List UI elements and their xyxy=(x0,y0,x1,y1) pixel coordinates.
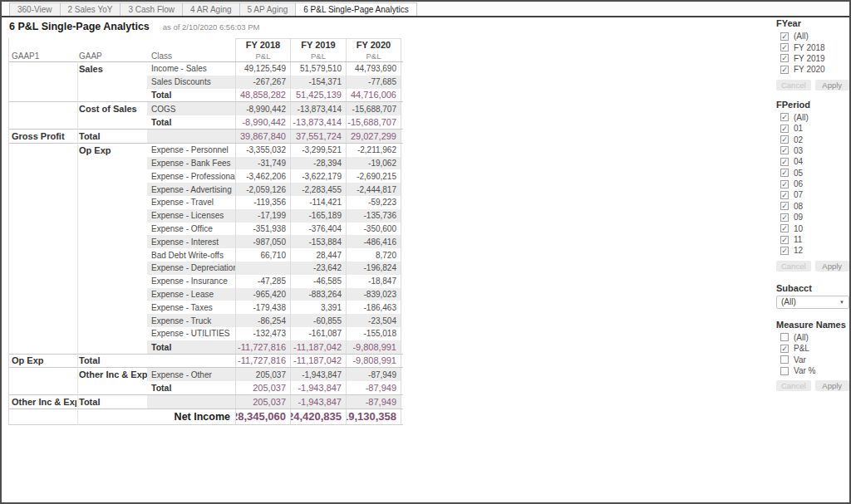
value-cell[interactable]: 66,710 xyxy=(235,248,290,262)
checkbox-icon[interactable]: ✓ xyxy=(780,236,789,244)
checkbox-icon[interactable]: ✓ xyxy=(780,135,789,144)
value-cell[interactable]: 51,425,139 xyxy=(290,89,346,102)
checkbox-icon[interactable]: ✓ xyxy=(780,345,789,353)
checkbox-icon[interactable]: ✓ xyxy=(780,158,789,166)
fperiod-option-07[interactable]: ✓07 xyxy=(776,189,849,200)
value-cell[interactable]: -186,463 xyxy=(346,301,401,314)
subacct-dropdown[interactable]: (All) ▼ xyxy=(776,296,849,309)
fyear-cancel-button[interactable]: Cancel xyxy=(776,80,811,91)
value-cell[interactable]: -87,949 xyxy=(346,395,401,409)
value-cell[interactable]: -1,943,847 xyxy=(290,381,346,394)
value-cell[interactable]: 205,037 xyxy=(235,395,290,409)
fyear-option-fy-2019[interactable]: ✓FY 2019 xyxy=(776,53,849,64)
checkbox-icon[interactable]: ✓ xyxy=(780,146,789,154)
value-cell[interactable]: 24,420,835 xyxy=(290,409,346,424)
fperiod-option-06[interactable]: ✓06 xyxy=(776,179,849,189)
value-cell[interactable]: 19,130,358 xyxy=(346,409,401,424)
value-cell[interactable]: -267,267 xyxy=(235,76,290,89)
checkbox-icon[interactable]: ✓ xyxy=(780,125,789,133)
measure-names-apply-button[interactable]: Apply xyxy=(815,380,850,391)
value-cell[interactable]: -3,462,206 xyxy=(235,169,290,183)
value-cell[interactable]: -15,688,707 xyxy=(346,115,401,129)
checkbox-icon[interactable]: ✓ xyxy=(780,247,789,255)
value-cell[interactable]: 28,345,060 xyxy=(235,409,290,424)
measure-names-option--all-[interactable]: (All) xyxy=(776,332,849,343)
value-cell[interactable]: -154,371 xyxy=(290,76,346,89)
value-cell[interactable]: -2,444,817 xyxy=(346,183,401,196)
value-cell[interactable]: -46,585 xyxy=(290,275,346,288)
tab-2-sales-yoy[interactable]: 2 Sales YoY xyxy=(60,2,121,16)
value-cell[interactable]: -3,299,521 xyxy=(290,144,346,157)
value-cell[interactable]: -376,404 xyxy=(290,223,346,236)
value-cell[interactable]: -1,943,847 xyxy=(290,368,346,381)
value-cell[interactable]: -11,727,816 xyxy=(235,340,290,354)
value-cell[interactable]: -28,394 xyxy=(290,157,346,170)
fperiod-option-05[interactable]: ✓05 xyxy=(776,168,849,179)
value-cell[interactable]: -17,199 xyxy=(235,209,290,223)
value-cell[interactable]: -161,087 xyxy=(290,327,346,340)
value-cell[interactable]: -23,642 xyxy=(290,262,346,275)
fyear-option--all-[interactable]: ✓(All) xyxy=(776,31,849,42)
measure-names-option-p-l[interactable]: ✓P&L xyxy=(776,343,849,354)
measure-names-option-var-[interactable]: Var % xyxy=(776,365,849,376)
value-cell[interactable]: -77,685 xyxy=(346,76,401,89)
value-cell[interactable]: 37,551,724 xyxy=(290,130,346,143)
checkbox-icon[interactable]: ✓ xyxy=(780,66,789,74)
value-cell[interactable]: -2,211,962 xyxy=(346,144,401,157)
value-cell[interactable]: 28,447 xyxy=(290,248,346,262)
fperiod-option--all-[interactable]: ✓(All) xyxy=(776,112,849,123)
value-cell[interactable]: 51,579,510 xyxy=(290,62,346,76)
tab-5-ap-aging[interactable]: 5 AP Aging xyxy=(239,2,297,16)
fperiod-option-10[interactable]: ✓10 xyxy=(776,223,849,233)
value-cell[interactable]: -350,600 xyxy=(346,223,401,236)
value-cell[interactable]: -486,416 xyxy=(346,235,401,248)
value-cell[interactable]: -2,283,455 xyxy=(290,183,346,196)
value-cell[interactable]: -153,884 xyxy=(290,235,346,248)
value-cell[interactable]: -11,187,042 xyxy=(290,355,346,368)
fyear-option-fy-2018[interactable]: ✓FY 2018 xyxy=(776,42,849,52)
fperiod-option-09[interactable]: ✓09 xyxy=(776,212,849,223)
value-cell[interactable]: -155,018 xyxy=(346,327,401,340)
tab-3-cash-flow[interactable]: 3 Cash Flow xyxy=(120,2,183,16)
fperiod-option-03[interactable]: ✓03 xyxy=(776,145,849,156)
value-cell[interactable]: -9,808,991 xyxy=(346,355,401,368)
checkbox-icon[interactable]: ✓ xyxy=(780,169,789,177)
checkbox-icon[interactable]: ✓ xyxy=(780,43,789,51)
value-cell[interactable]: -3,355,032 xyxy=(235,144,290,157)
fperiod-option-02[interactable]: ✓02 xyxy=(776,134,849,144)
value-cell[interactable]: -86,254 xyxy=(235,314,290,327)
value-cell[interactable]: -13,873,414 xyxy=(290,115,346,129)
fperiod-option-04[interactable]: ✓04 xyxy=(776,156,849,167)
value-cell[interactable]: -987,050 xyxy=(235,235,290,248)
value-cell[interactable]: -839,023 xyxy=(346,288,401,301)
value-cell[interactable]: -23,504 xyxy=(346,314,401,327)
value-cell[interactable]: -119,356 xyxy=(235,196,290,209)
fperiod-apply-button[interactable]: Apply xyxy=(815,261,850,272)
checkbox-icon[interactable]: ✓ xyxy=(780,202,789,210)
checkbox-icon[interactable]: ✓ xyxy=(780,191,789,199)
checkbox-icon[interactable]: ✓ xyxy=(780,113,789,121)
value-cell[interactable] xyxy=(235,262,290,275)
measure-names-option-var[interactable]: Var xyxy=(776,354,849,365)
value-cell[interactable]: 8,720 xyxy=(346,248,401,262)
value-cell[interactable]: -87,949 xyxy=(346,381,401,394)
value-cell[interactable]: -18,847 xyxy=(346,275,401,288)
checkbox-icon[interactable]: ✓ xyxy=(780,224,789,232)
value-cell[interactable]: -15,688,707 xyxy=(346,102,401,115)
value-cell[interactable]: -2,690,215 xyxy=(346,169,401,183)
value-cell[interactable]: -2,059,126 xyxy=(235,183,290,196)
value-cell[interactable]: 29,027,299 xyxy=(346,130,401,143)
fyear-option-fy-2020[interactable]: ✓FY 2020 xyxy=(776,64,849,75)
value-cell[interactable]: 44,793,690 xyxy=(346,62,401,76)
fperiod-option-11[interactable]: ✓11 xyxy=(776,234,849,245)
value-cell[interactable]: -179,438 xyxy=(235,301,290,314)
value-cell[interactable]: 39,867,840 xyxy=(235,130,290,143)
value-cell[interactable]: -3,622,179 xyxy=(290,169,346,183)
tab-6-p-l-single-page-analytics[interactable]: 6 P&L Single-Page Analytics xyxy=(295,2,416,16)
fperiod-option-08[interactable]: ✓08 xyxy=(776,201,849,212)
value-cell[interactable]: -11,187,042 xyxy=(290,340,346,354)
checkbox-icon[interactable]: ✓ xyxy=(780,213,789,222)
checkbox-icon[interactable]: ✓ xyxy=(780,54,789,62)
value-cell[interactable]: -60,855 xyxy=(290,314,346,327)
tab-4-ar-aging[interactable]: 4 AR Aging xyxy=(182,2,239,16)
